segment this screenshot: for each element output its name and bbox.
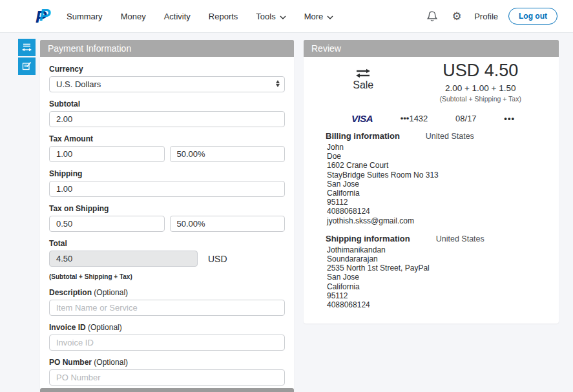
shipping-line: San Jose <box>327 273 548 282</box>
total-field-group: Total USD <box>49 239 285 267</box>
top-navigation-bar: P P Summary Money Activity Reports Tools… <box>0 0 573 33</box>
nav-item-more[interactable]: More <box>304 12 334 21</box>
chevron-down-icon <box>280 12 286 21</box>
total-calculation-note: (Subtotal + Shipping + Tax) <box>49 273 285 280</box>
tax-on-shipping-field-group: Tax on Shipping <box>49 204 285 232</box>
billing-line: 95112 <box>327 198 548 207</box>
shipping-line: Soundararajan <box>327 254 548 263</box>
select-stepper-icon <box>276 80 280 87</box>
description-field-group: Description (Optional) <box>49 288 285 316</box>
paypal-payment-page: P P Summary Money Activity Reports Tools… <box>0 0 573 392</box>
side-tool-rail <box>18 39 36 75</box>
payment-panel-header: Payment Information <box>40 40 294 57</box>
layout-width-tool-button[interactable] <box>18 39 36 56</box>
review-summary-row: Sale USD 4.50 2.00 + 1.00 + 1.50 (Subtot… <box>314 59 548 103</box>
nav-item-summary[interactable]: Summary <box>67 12 103 21</box>
transaction-type-label: Sale <box>353 79 373 91</box>
shipping-line: 2535 North 1st Street, PayPal <box>327 263 548 273</box>
sale-exchange-arrows-icon <box>355 68 371 78</box>
shipping-label: Shipping <box>49 169 285 178</box>
nav-item-reports[interactable]: Reports <box>209 12 238 21</box>
billing-heading: Billing information <box>326 131 400 141</box>
profile-link[interactable]: Profile <box>474 12 498 21</box>
tax-amount-input[interactable] <box>49 146 165 162</box>
nav-item-activity[interactable]: Activity <box>164 12 191 21</box>
compose-note-icon <box>21 61 32 72</box>
settings-gear-icon[interactable]: ⚙ <box>450 9 464 23</box>
description-input[interactable] <box>49 300 285 316</box>
logout-button[interactable]: Log out <box>508 8 557 25</box>
subtotal-label: Subtotal <box>49 99 285 108</box>
shipping-address-lines: Jothimanikandan Soundararajan 2535 North… <box>326 245 548 309</box>
currency-label: Currency <box>49 65 285 74</box>
width-adjust-icon <box>21 42 32 53</box>
billing-line: San Jose <box>327 180 548 189</box>
po-number-label: PO Number (Optional) <box>49 358 285 367</box>
shipping-field-group: Shipping <box>49 169 285 197</box>
review-panel: Review Sale USD 4.50 2.00 + 1.00 + 1.50 … <box>304 40 559 324</box>
payment-card-row: VISA •••1432 08/17 ••• <box>314 112 548 125</box>
billing-country: United States <box>426 132 474 141</box>
subtotal-input[interactable] <box>49 111 285 127</box>
card-last4: •••1432 <box>401 114 428 123</box>
nav-links: Summary Money Activity Reports Tools Mor… <box>67 12 333 21</box>
invoice-id-label: Invoice ID (Optional) <box>49 323 285 332</box>
card-expiry: 08/17 <box>455 114 477 123</box>
billing-line: John <box>327 143 548 152</box>
amount-block: USD 4.50 2.00 + 1.00 + 1.50 (Subtotal + … <box>412 59 548 103</box>
shipping-country: United States <box>436 234 484 243</box>
notifications-bell-icon[interactable] <box>425 9 439 23</box>
total-amount: USD 4.50 <box>443 61 518 81</box>
shipping-heading: Shipping information <box>326 234 410 243</box>
tax-percent-input[interactable] <box>170 146 286 162</box>
tax-amount-field-group: Tax Amount <box>49 134 285 162</box>
amount-breakdown: 2.00 + 1.00 + 1.50 <box>445 83 516 93</box>
visa-logo: VISA <box>351 113 373 124</box>
review-panel-body: Sale USD 4.50 2.00 + 1.00 + 1.50 (Subtot… <box>304 57 559 324</box>
currency-selected-value: U.S. Dollars <box>56 79 101 89</box>
billing-line: 4088068124 <box>327 207 548 216</box>
payment-information-panel: Payment Information Currency U.S. Dollar… <box>40 40 294 392</box>
tax-on-shipping-label: Tax on Shipping <box>49 204 285 213</box>
subtotal-field-group: Subtotal <box>49 99 285 127</box>
currency-field-group: Currency U.S. Dollars <box>49 65 285 92</box>
next-section-header-bar <box>40 388 294 392</box>
invoice-id-field-group: Invoice ID (Optional) <box>49 323 285 351</box>
paypal-monogram-icon: P P <box>36 6 51 26</box>
shipping-information-section: Shipping information United States Jothi… <box>314 234 548 309</box>
svg-text:P: P <box>39 6 51 25</box>
card-options-menu-icon[interactable]: ••• <box>504 114 515 123</box>
billing-information-section: Billing information United States John D… <box>314 131 548 225</box>
topbar-right-cluster: ⚙ Profile Log out <box>425 8 557 25</box>
shipping-input[interactable] <box>49 181 285 197</box>
tax-on-shipping-percent-input[interactable] <box>170 216 286 232</box>
shipping-line: Jothimanikandan <box>327 245 548 254</box>
po-number-input[interactable] <box>49 369 285 386</box>
amount-breakdown-note: (Subtotal + Shipping + Tax) <box>439 95 521 103</box>
currency-select[interactable]: U.S. Dollars <box>49 76 285 92</box>
review-panel-header: Review <box>304 40 559 57</box>
invoice-id-input[interactable] <box>49 335 285 351</box>
nav-item-tools[interactable]: Tools <box>256 12 286 21</box>
shipping-line: 4088068124 <box>327 300 548 309</box>
tax-on-shipping-input[interactable] <box>49 216 165 232</box>
transaction-type-block: Sale <box>314 59 412 91</box>
shipping-line: 95112 <box>327 291 548 300</box>
total-input <box>49 251 198 267</box>
billing-address-lines: John Doe 1602 Crane Court StayBridge Sui… <box>326 143 548 225</box>
total-currency-label: USD <box>208 254 227 264</box>
notes-edit-tool-button[interactable] <box>18 57 36 75</box>
billing-line: StayBridge Suites Room No 313 <box>327 170 548 180</box>
total-label: Total <box>49 239 285 248</box>
billing-line: California <box>327 189 548 198</box>
shipping-line: California <box>327 282 548 291</box>
paypal-logo[interactable]: P P <box>36 6 51 26</box>
billing-line: jyothish.skss@gmail.com <box>327 216 548 225</box>
nav-item-money[interactable]: Money <box>121 12 146 21</box>
description-label: Description (Optional) <box>49 288 285 297</box>
chevron-down-icon <box>327 12 333 21</box>
billing-line: 1602 Crane Court <box>327 161 548 170</box>
tax-amount-label: Tax Amount <box>49 134 285 143</box>
payment-panel-body: Currency U.S. Dollars Subtotal Tax Amoun… <box>40 57 294 392</box>
po-number-field-group: PO Number (Optional) <box>49 358 285 386</box>
